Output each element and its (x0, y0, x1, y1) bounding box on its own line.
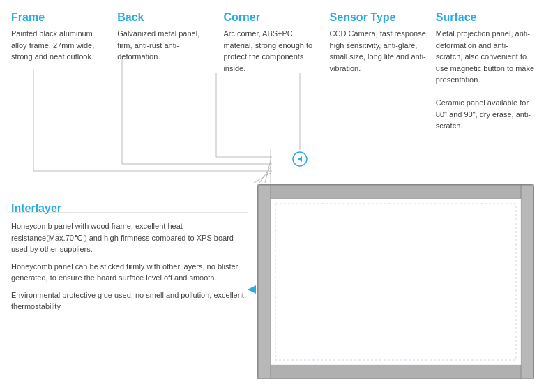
corner-text: Arc corner, ABS+PC material, strong enou… (223, 28, 322, 74)
svg-rect-17 (258, 365, 533, 379)
top-features: Frame Painted black aluminum alloy frame… (0, 0, 553, 132)
surface-text: Metal projection panel, anti-deformation… (436, 28, 535, 132)
interlayer-para-3: Environmental protective glue used, no s… (11, 289, 247, 312)
svg-marker-8 (298, 156, 302, 162)
svg-rect-16 (258, 185, 533, 199)
interlayer-column: Interlayer Honeycomb panel with wood fra… (0, 202, 258, 318)
surface-title: Surface (436, 11, 535, 24)
svg-rect-19 (521, 185, 533, 379)
sensor-text: CCD Camera, fast response, high sensitiv… (330, 28, 429, 74)
board-diagram (255, 181, 540, 384)
feature-surface: Surface Metal projection panel, anti-def… (436, 11, 542, 132)
corner-title: Corner (223, 11, 322, 24)
feature-frame: Frame Painted black aluminum alloy frame… (11, 11, 117, 132)
feature-sensor: Sensor Type CCD Camera, fast response, h… (330, 11, 436, 132)
back-title: Back (117, 11, 216, 24)
sensor-title: Sensor Type (330, 11, 429, 24)
feature-back: Back Galvanized metal panel, firm, anti-… (117, 11, 223, 132)
back-text: Galvanized metal panel, firm, anti-rust … (117, 28, 216, 63)
interlayer-para-1: Honeycomb panel with wood frame, excelle… (11, 220, 247, 255)
frame-title: Frame (11, 11, 110, 24)
svg-line-13 (259, 167, 271, 183)
interlayer-para-2: Honeycomb panel can be sticked firmly wi… (11, 261, 247, 284)
frame-text: Painted black aluminum alloy frame, 27mm… (11, 28, 110, 63)
svg-rect-20 (271, 199, 521, 365)
feature-corner: Corner Arc corner, ABS+PC material, stro… (223, 11, 329, 132)
interlayer-title: Interlayer (11, 202, 247, 215)
board-svg (255, 181, 540, 384)
svg-point-7 (293, 152, 307, 166)
svg-rect-18 (258, 185, 271, 379)
svg-line-12 (265, 160, 271, 183)
